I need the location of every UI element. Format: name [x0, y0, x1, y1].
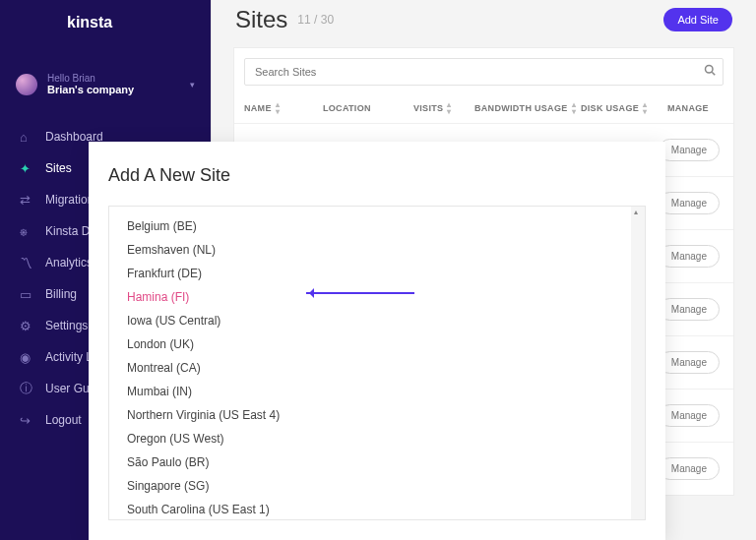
- location-option[interactable]: São Paulo (BR): [109, 450, 645, 474]
- col-disk[interactable]: DISK USAGE▴▾: [581, 101, 667, 115]
- nav-icon: ▭: [20, 287, 45, 302]
- location-option[interactable]: Hamina (FI): [109, 285, 645, 309]
- nav-icon: ⌂: [20, 130, 45, 145]
- user-block[interactable]: Hello Brian Brian's company ▾: [0, 45, 211, 115]
- location-option[interactable]: Eemshaven (NL): [109, 238, 645, 262]
- location-option[interactable]: Northern Virginia (US East 4): [109, 403, 645, 427]
- avatar: [16, 74, 37, 95]
- col-name[interactable]: NAME▴▾: [244, 101, 323, 115]
- location-option[interactable]: Montreal (CA): [109, 356, 645, 380]
- col-manage: MANAGE: [667, 101, 724, 115]
- manage-button[interactable]: Manage: [659, 139, 720, 161]
- search-input[interactable]: [244, 58, 724, 86]
- manage-button[interactable]: Manage: [659, 351, 720, 374]
- annotation-arrow: [306, 292, 414, 294]
- nav-icon: ✦: [20, 161, 45, 176]
- page-count: 11 / 30: [297, 13, 334, 27]
- user-greeting: Hello Brian: [47, 73, 190, 84]
- location-option[interactable]: Singapore (SG): [109, 474, 645, 498]
- nav-icon: 〽: [20, 256, 45, 270]
- manage-button[interactable]: Manage: [659, 457, 720, 480]
- manage-button[interactable]: Manage: [659, 298, 720, 321]
- page-title: Sites: [235, 6, 287, 33]
- col-bandwidth[interactable]: BANDWIDTH USAGE▴▾: [474, 101, 581, 115]
- location-dropdown: Belgium (BE)Eemshaven (NL)Frankfurt (DE)…: [108, 206, 646, 520]
- sort-icon: ▴▾: [572, 101, 576, 115]
- table-header: NAME▴▾ LOCATION VISITS▴▾ BANDWIDTH USAGE…: [234, 93, 733, 123]
- col-visits[interactable]: VISITS▴▾: [413, 101, 474, 115]
- location-option-list: Belgium (BE)Eemshaven (NL)Frankfurt (DE)…: [109, 207, 645, 519]
- nav-icon: ⓘ: [20, 380, 45, 397]
- location-option[interactable]: London (UK): [109, 332, 645, 356]
- nav-icon: ⎈: [20, 224, 45, 239]
- page-header: Sites 11 / 30 Add Site: [212, 0, 756, 47]
- nav-label: Analytics: [45, 256, 93, 270]
- modal-title: Add A New Site: [89, 142, 665, 206]
- manage-button[interactable]: Manage: [659, 404, 720, 427]
- sort-icon: ▴▾: [276, 101, 280, 115]
- nav-icon: ⇄: [20, 193, 45, 208]
- search-icon[interactable]: [704, 64, 716, 79]
- nav-icon: ◉: [20, 350, 45, 365]
- nav-label: Billing: [45, 287, 77, 301]
- search-box: [244, 58, 724, 86]
- svg-point-1: [706, 66, 714, 74]
- location-option[interactable]: Oregon (US West): [109, 427, 645, 450]
- nav-icon: ⚙: [20, 319, 45, 333]
- nav-label: Sites: [45, 161, 72, 175]
- location-option[interactable]: Frankfurt (DE): [109, 262, 645, 285]
- svg-line-2: [712, 72, 715, 75]
- add-site-modal: Add A New Site Belgium (BE)Eemshaven (NL…: [89, 142, 665, 540]
- nav-label: Settings: [45, 319, 88, 332]
- nav-label: Logout: [45, 413, 82, 427]
- manage-button[interactable]: Manage: [659, 245, 720, 268]
- manage-button[interactable]: Manage: [659, 192, 720, 214]
- scrollbar[interactable]: ▴: [631, 207, 645, 519]
- location-option[interactable]: Belgium (BE): [109, 214, 645, 238]
- nav-icon: ↪: [20, 413, 45, 428]
- add-site-button[interactable]: Add Site: [663, 8, 732, 31]
- sort-icon: ▴▾: [447, 101, 451, 115]
- brand-logo: kinsta: [0, 0, 211, 45]
- location-option[interactable]: Mumbai (IN): [109, 380, 645, 403]
- sort-icon: ▴▾: [643, 101, 647, 115]
- svg-text:kinsta: kinsta: [67, 14, 112, 30]
- chevron-down-icon: ▾: [190, 80, 195, 90]
- location-option[interactable]: Iowa (US Central): [109, 309, 645, 332]
- scroll-up-icon[interactable]: ▴: [634, 208, 638, 216]
- user-company: Brian's company: [47, 84, 190, 95]
- col-location: LOCATION: [323, 101, 413, 115]
- location-option[interactable]: South Carolina (US East 1): [109, 498, 645, 519]
